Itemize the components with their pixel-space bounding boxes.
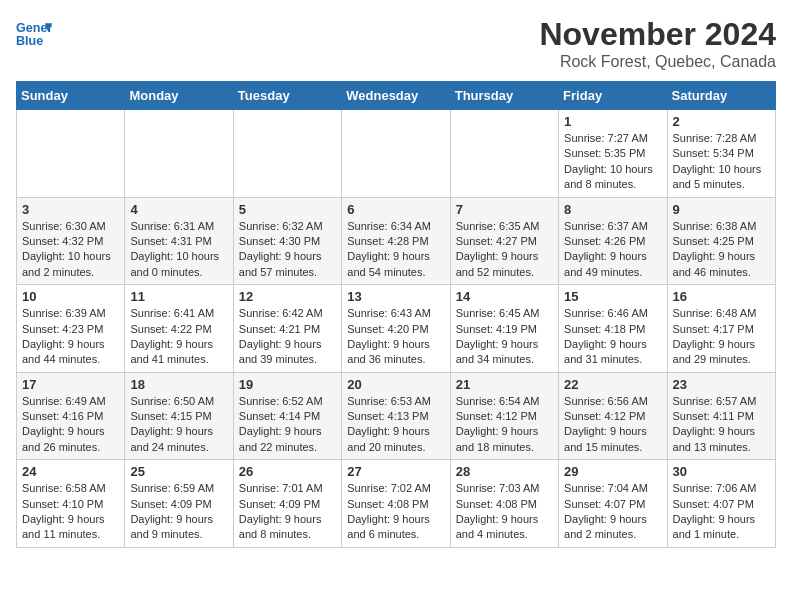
- title-block: November 2024 Rock Forest, Quebec, Canad…: [539, 16, 776, 71]
- calendar-day-cell: 18Sunrise: 6:50 AM Sunset: 4:15 PM Dayli…: [125, 372, 233, 460]
- day-info: Sunrise: 6:43 AM Sunset: 4:20 PM Dayligh…: [347, 306, 444, 368]
- day-info: Sunrise: 6:59 AM Sunset: 4:09 PM Dayligh…: [130, 481, 227, 543]
- day-number: 5: [239, 202, 336, 217]
- calendar-day-cell: 14Sunrise: 6:45 AM Sunset: 4:19 PM Dayli…: [450, 285, 558, 373]
- calendar-day-cell: 7Sunrise: 6:35 AM Sunset: 4:27 PM Daylig…: [450, 197, 558, 285]
- calendar-day-cell: 20Sunrise: 6:53 AM Sunset: 4:13 PM Dayli…: [342, 372, 450, 460]
- day-number: 15: [564, 289, 661, 304]
- calendar-title: November 2024: [539, 16, 776, 53]
- day-number: 9: [673, 202, 770, 217]
- calendar-subtitle: Rock Forest, Quebec, Canada: [539, 53, 776, 71]
- calendar-week-row: 17Sunrise: 6:49 AM Sunset: 4:16 PM Dayli…: [17, 372, 776, 460]
- day-number: 14: [456, 289, 553, 304]
- calendar-day-cell: [342, 110, 450, 198]
- day-number: 3: [22, 202, 119, 217]
- calendar-day-cell: 11Sunrise: 6:41 AM Sunset: 4:22 PM Dayli…: [125, 285, 233, 373]
- day-info: Sunrise: 6:32 AM Sunset: 4:30 PM Dayligh…: [239, 219, 336, 281]
- day-info: Sunrise: 7:03 AM Sunset: 4:08 PM Dayligh…: [456, 481, 553, 543]
- calendar-day-cell: 1Sunrise: 7:27 AM Sunset: 5:35 PM Daylig…: [559, 110, 667, 198]
- calendar-day-cell: 3Sunrise: 6:30 AM Sunset: 4:32 PM Daylig…: [17, 197, 125, 285]
- calendar-body: 1Sunrise: 7:27 AM Sunset: 5:35 PM Daylig…: [17, 110, 776, 548]
- weekday-header-cell: Wednesday: [342, 82, 450, 110]
- calendar-week-row: 24Sunrise: 6:58 AM Sunset: 4:10 PM Dayli…: [17, 460, 776, 548]
- day-number: 7: [456, 202, 553, 217]
- weekday-header-row: SundayMondayTuesdayWednesdayThursdayFrid…: [17, 82, 776, 110]
- calendar-day-cell: [450, 110, 558, 198]
- weekday-header-cell: Saturday: [667, 82, 775, 110]
- calendar-day-cell: 23Sunrise: 6:57 AM Sunset: 4:11 PM Dayli…: [667, 372, 775, 460]
- calendar-day-cell: 30Sunrise: 7:06 AM Sunset: 4:07 PM Dayli…: [667, 460, 775, 548]
- day-number: 4: [130, 202, 227, 217]
- day-number: 21: [456, 377, 553, 392]
- calendar-day-cell: 16Sunrise: 6:48 AM Sunset: 4:17 PM Dayli…: [667, 285, 775, 373]
- calendar-day-cell: 6Sunrise: 6:34 AM Sunset: 4:28 PM Daylig…: [342, 197, 450, 285]
- calendar-day-cell: 2Sunrise: 7:28 AM Sunset: 5:34 PM Daylig…: [667, 110, 775, 198]
- day-number: 29: [564, 464, 661, 479]
- calendar-day-cell: 27Sunrise: 7:02 AM Sunset: 4:08 PM Dayli…: [342, 460, 450, 548]
- day-number: 19: [239, 377, 336, 392]
- day-number: 30: [673, 464, 770, 479]
- day-info: Sunrise: 6:30 AM Sunset: 4:32 PM Dayligh…: [22, 219, 119, 281]
- day-number: 10: [22, 289, 119, 304]
- page-header: General Blue November 2024 Rock Forest, …: [16, 16, 776, 71]
- calendar-day-cell: 22Sunrise: 6:56 AM Sunset: 4:12 PM Dayli…: [559, 372, 667, 460]
- day-info: Sunrise: 6:58 AM Sunset: 4:10 PM Dayligh…: [22, 481, 119, 543]
- day-number: 2: [673, 114, 770, 129]
- calendar-day-cell: 8Sunrise: 6:37 AM Sunset: 4:26 PM Daylig…: [559, 197, 667, 285]
- calendar-day-cell: 17Sunrise: 6:49 AM Sunset: 4:16 PM Dayli…: [17, 372, 125, 460]
- logo-icon: General Blue: [16, 16, 52, 52]
- day-info: Sunrise: 6:45 AM Sunset: 4:19 PM Dayligh…: [456, 306, 553, 368]
- day-info: Sunrise: 7:01 AM Sunset: 4:09 PM Dayligh…: [239, 481, 336, 543]
- day-info: Sunrise: 6:31 AM Sunset: 4:31 PM Dayligh…: [130, 219, 227, 281]
- day-info: Sunrise: 6:37 AM Sunset: 4:26 PM Dayligh…: [564, 219, 661, 281]
- day-number: 11: [130, 289, 227, 304]
- calendar-day-cell: 12Sunrise: 6:42 AM Sunset: 4:21 PM Dayli…: [233, 285, 341, 373]
- day-number: 24: [22, 464, 119, 479]
- calendar-day-cell: 21Sunrise: 6:54 AM Sunset: 4:12 PM Dayli…: [450, 372, 558, 460]
- day-number: 17: [22, 377, 119, 392]
- weekday-header-cell: Monday: [125, 82, 233, 110]
- day-info: Sunrise: 6:48 AM Sunset: 4:17 PM Dayligh…: [673, 306, 770, 368]
- calendar-day-cell: 19Sunrise: 6:52 AM Sunset: 4:14 PM Dayli…: [233, 372, 341, 460]
- day-info: Sunrise: 6:46 AM Sunset: 4:18 PM Dayligh…: [564, 306, 661, 368]
- day-info: Sunrise: 7:06 AM Sunset: 4:07 PM Dayligh…: [673, 481, 770, 543]
- weekday-header-cell: Tuesday: [233, 82, 341, 110]
- weekday-header-cell: Thursday: [450, 82, 558, 110]
- day-info: Sunrise: 6:52 AM Sunset: 4:14 PM Dayligh…: [239, 394, 336, 456]
- day-number: 26: [239, 464, 336, 479]
- day-info: Sunrise: 7:02 AM Sunset: 4:08 PM Dayligh…: [347, 481, 444, 543]
- calendar-day-cell: [125, 110, 233, 198]
- day-number: 12: [239, 289, 336, 304]
- calendar-day-cell: 15Sunrise: 6:46 AM Sunset: 4:18 PM Dayli…: [559, 285, 667, 373]
- calendar-day-cell: 29Sunrise: 7:04 AM Sunset: 4:07 PM Dayli…: [559, 460, 667, 548]
- calendar-day-cell: 24Sunrise: 6:58 AM Sunset: 4:10 PM Dayli…: [17, 460, 125, 548]
- day-info: Sunrise: 6:35 AM Sunset: 4:27 PM Dayligh…: [456, 219, 553, 281]
- day-number: 8: [564, 202, 661, 217]
- weekday-header-cell: Friday: [559, 82, 667, 110]
- calendar-day-cell: 4Sunrise: 6:31 AM Sunset: 4:31 PM Daylig…: [125, 197, 233, 285]
- calendar-day-cell: 25Sunrise: 6:59 AM Sunset: 4:09 PM Dayli…: [125, 460, 233, 548]
- day-number: 20: [347, 377, 444, 392]
- day-number: 16: [673, 289, 770, 304]
- day-info: Sunrise: 6:42 AM Sunset: 4:21 PM Dayligh…: [239, 306, 336, 368]
- calendar-week-row: 10Sunrise: 6:39 AM Sunset: 4:23 PM Dayli…: [17, 285, 776, 373]
- day-info: Sunrise: 6:54 AM Sunset: 4:12 PM Dayligh…: [456, 394, 553, 456]
- logo: General Blue: [16, 16, 52, 52]
- day-info: Sunrise: 7:28 AM Sunset: 5:34 PM Dayligh…: [673, 131, 770, 193]
- day-info: Sunrise: 7:27 AM Sunset: 5:35 PM Dayligh…: [564, 131, 661, 193]
- day-info: Sunrise: 6:34 AM Sunset: 4:28 PM Dayligh…: [347, 219, 444, 281]
- day-info: Sunrise: 6:56 AM Sunset: 4:12 PM Dayligh…: [564, 394, 661, 456]
- day-number: 6: [347, 202, 444, 217]
- calendar-day-cell: 9Sunrise: 6:38 AM Sunset: 4:25 PM Daylig…: [667, 197, 775, 285]
- day-number: 23: [673, 377, 770, 392]
- day-info: Sunrise: 6:57 AM Sunset: 4:11 PM Dayligh…: [673, 394, 770, 456]
- calendar-day-cell: 13Sunrise: 6:43 AM Sunset: 4:20 PM Dayli…: [342, 285, 450, 373]
- calendar-day-cell: [233, 110, 341, 198]
- day-number: 13: [347, 289, 444, 304]
- calendar-day-cell: 26Sunrise: 7:01 AM Sunset: 4:09 PM Dayli…: [233, 460, 341, 548]
- day-number: 28: [456, 464, 553, 479]
- calendar-week-row: 3Sunrise: 6:30 AM Sunset: 4:32 PM Daylig…: [17, 197, 776, 285]
- calendar-day-cell: [17, 110, 125, 198]
- calendar-week-row: 1Sunrise: 7:27 AM Sunset: 5:35 PM Daylig…: [17, 110, 776, 198]
- day-number: 18: [130, 377, 227, 392]
